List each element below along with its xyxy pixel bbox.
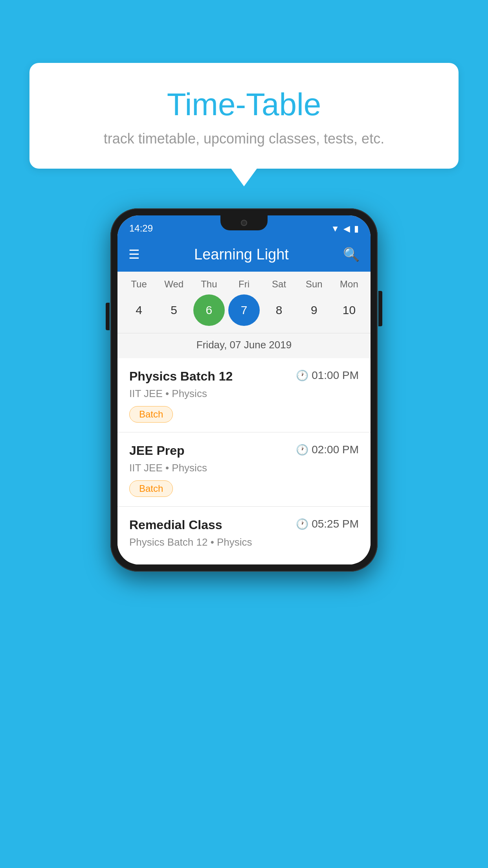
day-header-sat: Sat [263, 279, 295, 290]
battery-icon: ▮ [354, 224, 359, 234]
app-bar: ☰ Learning Light 🔍 [117, 237, 371, 272]
day-6-today[interactable]: 6 [193, 294, 225, 326]
speech-bubble-container: Time-Table track timetable, upcoming cla… [29, 63, 459, 169]
day-4[interactable]: 4 [123, 294, 155, 326]
class-item-1[interactable]: Physics Batch 12 🕐 01:00 PM IIT JEE • Ph… [117, 358, 371, 432]
clock-icon-1: 🕐 [296, 370, 308, 382]
day-7-selected[interactable]: 7 [228, 294, 260, 326]
day-8[interactable]: 8 [263, 294, 295, 326]
class-item-2[interactable]: JEE Prep 🕐 02:00 PM IIT JEE • Physics Ba… [117, 432, 371, 507]
clock-icon-3: 🕐 [296, 518, 308, 530]
app-title: Learning Light [149, 246, 334, 263]
wifi-icon: ▼ [331, 224, 339, 234]
day-header-tue: Tue [123, 279, 155, 290]
day-5[interactable]: 5 [158, 294, 190, 326]
phone-mockup: 14:29 ▼ ◀ ▮ ☰ Learning Light 🔍 Tue Wed T… [110, 208, 378, 572]
calendar-strip: Tue Wed Thu Fri Sat Sun Mon 4 5 6 7 8 9 … [117, 272, 371, 358]
day-header-mon: Mon [333, 279, 365, 290]
class-name-2: JEE Prep [129, 443, 185, 458]
class-item-3-header: Remedial Class 🕐 05:25 PM [129, 518, 359, 532]
selected-date-label: Friday, 07 June 2019 [117, 333, 371, 358]
notch-camera [241, 220, 247, 226]
bubble-title: Time-Table [45, 86, 443, 123]
search-icon[interactable]: 🔍 [343, 246, 360, 262]
status-icons: ▼ ◀ ▮ [331, 224, 359, 234]
bubble-subtitle: track timetable, upcoming classes, tests… [45, 131, 443, 147]
class-time-value-3: 05:25 PM [312, 518, 359, 530]
class-time-2: 🕐 02:00 PM [296, 443, 359, 456]
class-item-2-header: JEE Prep 🕐 02:00 PM [129, 443, 359, 458]
class-item-3[interactable]: Remedial Class 🕐 05:25 PM Physics Batch … [117, 507, 371, 565]
class-item-1-header: Physics Batch 12 🕐 01:00 PM [129, 369, 359, 384]
clock-icon-2: 🕐 [296, 444, 308, 456]
batch-badge-1: Batch [129, 406, 173, 423]
day-9[interactable]: 9 [298, 294, 330, 326]
class-time-3: 🕐 05:25 PM [296, 518, 359, 530]
day-numbers: 4 5 6 7 8 9 10 [117, 294, 371, 326]
status-time: 14:29 [129, 223, 153, 234]
day-headers: Tue Wed Thu Fri Sat Sun Mon [117, 279, 371, 290]
class-meta-1: IIT JEE • Physics [129, 388, 359, 400]
day-header-fri: Fri [228, 279, 260, 290]
day-header-wed: Wed [158, 279, 190, 290]
day-header-sun: Sun [298, 279, 330, 290]
class-name-1: Physics Batch 12 [129, 369, 233, 384]
speech-bubble: Time-Table track timetable, upcoming cla… [29, 63, 459, 169]
day-header-thu: Thu [193, 279, 225, 290]
class-list: Physics Batch 12 🕐 01:00 PM IIT JEE • Ph… [117, 358, 371, 565]
signal-icon: ◀ [343, 224, 350, 234]
menu-icon[interactable]: ☰ [128, 248, 140, 261]
phone-outer: 14:29 ▼ ◀ ▮ ☰ Learning Light 🔍 Tue Wed T… [110, 208, 378, 572]
phone-screen: 14:29 ▼ ◀ ▮ ☰ Learning Light 🔍 Tue Wed T… [117, 215, 371, 565]
day-10[interactable]: 10 [333, 294, 365, 326]
batch-badge-2: Batch [129, 480, 173, 497]
class-name-3: Remedial Class [129, 518, 222, 532]
class-time-value-1: 01:00 PM [312, 369, 359, 382]
phone-notch [220, 215, 268, 230]
class-meta-3: Physics Batch 12 • Physics [129, 536, 359, 548]
class-meta-2: IIT JEE • Physics [129, 462, 359, 474]
class-time-1: 🕐 01:00 PM [296, 369, 359, 382]
class-time-value-2: 02:00 PM [312, 443, 359, 456]
